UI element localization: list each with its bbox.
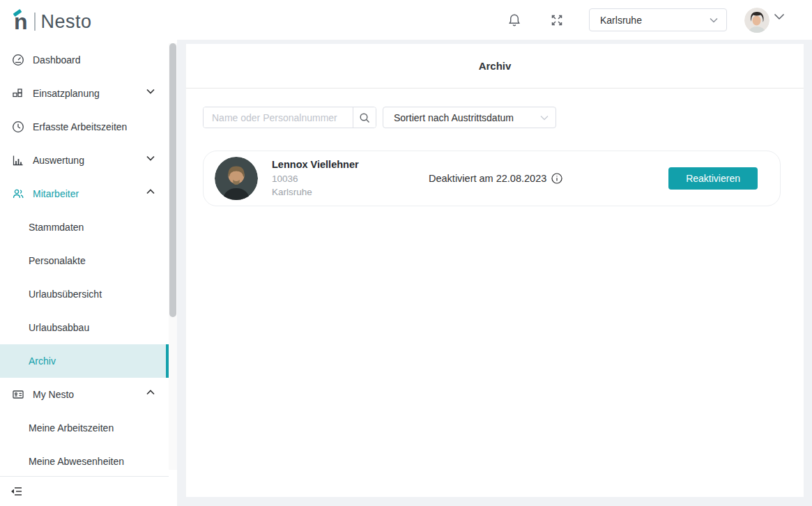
sort-select-value: Sortiert nach Austrittsdatum [394,112,514,123]
people-icon [12,187,24,200]
sidebar-item-urlaubsabbau[interactable]: Urlaubsabbau [0,311,169,344]
sidebar-item-label: Stammdaten [29,222,84,233]
info-icon[interactable] [551,173,562,184]
logo-text: Nesto [41,11,92,33]
chevron-down-icon [540,115,549,121]
sidebar-item-archiv[interactable]: Archiv [0,344,169,378]
user-menu-chevron-down-icon[interactable] [774,13,788,27]
sidebar-item-mitarbeiter[interactable]: Mitarbeiter [0,177,169,210]
sidebar-footer [0,476,169,506]
logo-separator [34,13,36,31]
search-box [203,107,376,128]
sidebar-item-urlaubsuebersicht[interactable]: Urlaubsübersicht [0,277,169,311]
sidebar-scrollbar-thumb[interactable] [169,43,176,317]
sidebar-item-meine-abwesenheiten[interactable]: Meine Abwesenheiten [0,445,169,478]
sidebar-item-dashboard[interactable]: Dashboard [0,43,169,77]
sidebar-item-label: Meine Arbeitszeiten [29,422,114,434]
employee-name: Lennox Viellehner [272,159,429,170]
sidebar-item-label: Mitarbeiter [33,188,79,199]
chevron-up-icon [146,189,155,194]
sidebar-item-auswertung[interactable]: Auswertung [0,144,169,177]
sidebar-item-label: Erfasste Arbeitszeiten [33,121,127,132]
sidebar-item-label: Urlaubsabbau [29,322,89,333]
reactivate-button[interactable]: Reaktivieren [668,167,758,190]
chevron-down-icon [710,17,718,23]
sidebar-item-label: Auswertung [33,155,84,166]
page-title: Archiv [186,44,804,89]
employee-status: Deaktiviert am 22.08.2023 [429,173,562,184]
employee-personnel-number: 10036 [272,172,429,185]
sidebar-nav: Dashboard Einsatzplanung Erfasste Arbeit… [0,43,169,478]
chevron-up-icon [146,390,155,395]
archive-controls: Sortiert nach Austrittsdatum [203,107,804,128]
app-logo: n Nesto [0,0,177,43]
sidebar-scrollbar-track [169,43,177,470]
sidebar-item-my-nesto[interactable]: My Nesto [0,378,169,411]
sidebar-item-einsatzplanung[interactable]: Einsatzplanung [0,77,169,110]
archived-employee-card: Lennox Viellehner 10036 Karlsruhe Deakti… [203,151,781,206]
sidebar-item-label: My Nesto [33,389,74,400]
clock-icon [12,121,24,133]
collapse-sidebar-icon[interactable] [10,484,24,498]
chevron-down-icon [146,89,155,94]
id-badge-icon [12,388,24,401]
sidebar-item-label: Personalakte [29,255,86,266]
logo-mark: n [14,10,28,33]
sidebar-item-personalakte[interactable]: Personalakte [0,244,169,277]
search-icon[interactable] [353,107,376,128]
gauge-icon [12,54,24,66]
status-text: Deaktiviert am 22.08.2023 [429,173,546,184]
sidebar: n Nesto Dashboard Einsatzplanung [0,0,177,506]
sidebar-item-label: Meine Abwesenheiten [29,456,124,467]
search-input[interactable] [204,107,353,128]
sidebar-item-label: Dashboard [33,54,81,66]
fullscreen-icon[interactable] [550,13,564,27]
user-avatar[interactable] [744,8,769,33]
location-select[interactable]: Karlsruhe [589,8,727,31]
planning-blocks-icon [12,87,24,100]
notifications-bell-icon[interactable] [507,13,521,27]
archive-panel: Archiv Sortiert nach Austrittsdatum [186,44,804,497]
bar-chart-icon [12,154,24,167]
sidebar-item-stammdaten[interactable]: Stammdaten [0,210,169,244]
sidebar-item-label: Einsatzplanung [33,88,100,99]
employee-info: Lennox Viellehner 10036 Karlsruhe [272,159,429,199]
sort-select[interactable]: Sortiert nach Austrittsdatum [383,107,556,128]
location-select-value: Karlsruhe [600,15,642,26]
employee-location: Karlsruhe [272,185,429,199]
sidebar-item-meine-arbeitszeiten[interactable]: Meine Arbeitszeiten [0,411,169,445]
sidebar-item-label: Urlaubsübersicht [29,289,102,300]
chevron-down-icon [146,155,155,161]
sidebar-item-erfasste-arbeitszeiten[interactable]: Erfasste Arbeitszeiten [0,110,169,144]
sidebar-item-label: Archiv [29,355,56,367]
employee-avatar [215,157,258,200]
